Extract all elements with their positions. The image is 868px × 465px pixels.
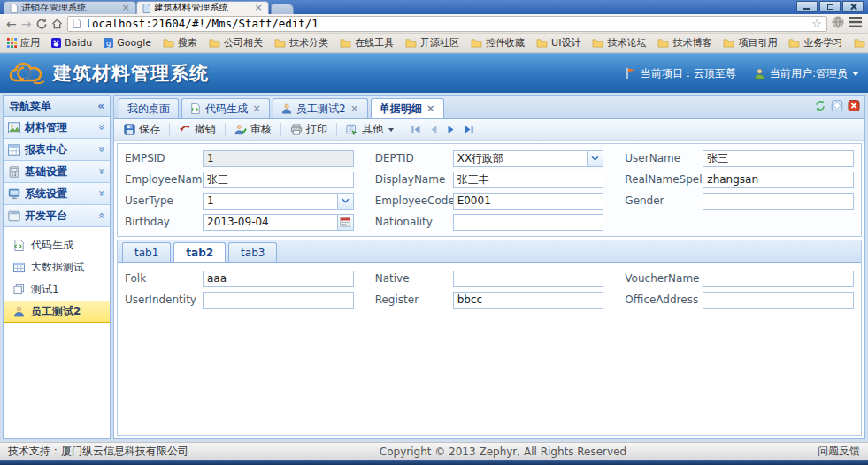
tab-close-icon[interactable] — [121, 4, 130, 12]
first-record-button[interactable] — [407, 123, 425, 136]
back-button[interactable]: ← — [6, 18, 17, 30]
home-button[interactable] — [51, 18, 63, 29]
realnamespell-input[interactable] — [703, 172, 854, 188]
employeecode-input[interactable] — [453, 193, 604, 210]
subtab-tab3[interactable]: tab3 — [228, 242, 277, 262]
sidebar-item-codegen[interactable]: 代码生成 — [4, 234, 110, 256]
bookmark-folder-project[interactable]: 项目引用 — [723, 36, 777, 50]
bookmark-baidu[interactable]: Baidu — [51, 37, 92, 49]
bookmark-folder-toread[interactable]: 待读 — [854, 36, 868, 50]
menu-button[interactable] — [849, 17, 862, 30]
chevron-down-icon — [852, 72, 859, 76]
usertype-dropdown-button[interactable] — [338, 193, 354, 210]
sidebar-item-bigdata[interactable]: 大数据测试 — [4, 256, 110, 278]
bookmark-folder-forum[interactable]: 技术论坛 — [592, 36, 646, 50]
tab-close-icon[interactable] — [426, 104, 435, 113]
deptid-input[interactable] — [453, 150, 588, 167]
birthday-input[interactable] — [203, 214, 338, 231]
subtab-tab2[interactable]: tab2 — [173, 242, 226, 262]
folder-icon — [471, 38, 482, 48]
bookmark-folder-tools[interactable]: 在线工具 — [340, 36, 394, 50]
gender-input[interactable] — [703, 193, 854, 210]
extension-icon[interactable] — [832, 16, 844, 31]
person-icon — [13, 306, 25, 317]
tab-desktop[interactable]: 我的桌面 — [119, 98, 179, 118]
bookmark-folder-opensource[interactable]: 开源社区 — [405, 36, 459, 50]
next-record-button[interactable] — [442, 123, 460, 136]
sidebar-group-system-settings[interactable]: 系统设置 » — [4, 183, 110, 205]
deptid-dropdown-button[interactable] — [588, 150, 603, 167]
tab-staff-test2[interactable]: 员工测试2 — [273, 98, 368, 118]
employeename-input[interactable] — [203, 172, 354, 188]
bookmark-star-icon[interactable]: ☆ — [811, 17, 822, 30]
current-project[interactable]: 当前项目：云顶至尊 — [626, 66, 736, 81]
displayname-input[interactable] — [453, 172, 604, 188]
bookmark-google[interactable]: g Google — [104, 37, 151, 49]
bookmark-folder-blog[interactable]: 技术博客 — [657, 36, 711, 50]
folk-input[interactable] — [203, 271, 354, 287]
forward-button[interactable]: → — [21, 18, 32, 30]
bookmark-folder-search[interactable]: 搜索 — [163, 36, 197, 50]
sidebar-collapse-button[interactable]: « — [97, 100, 104, 112]
tab-detail[interactable]: 单据明细 — [371, 98, 444, 118]
last-record-button[interactable] — [460, 123, 478, 136]
url-input[interactable]: localhost:21604/#!/Mms/Staff/edit/1 ☆ — [67, 16, 827, 32]
browser-tab-inventory[interactable]: 进销存管理系统 — [4, 1, 136, 14]
sidebar-item-staff-test2[interactable]: 员工测试2 — [4, 301, 110, 323]
sidebar-item-test1[interactable]: 测试1 — [4, 278, 110, 301]
refresh-button[interactable] — [814, 100, 826, 114]
bookmark-folder-tech[interactable]: 技术分类 — [274, 36, 328, 50]
username-input[interactable] — [703, 150, 854, 167]
current-user-menu[interactable]: 当前用户:管理员 — [754, 66, 859, 81]
save-button[interactable]: 保存 — [119, 120, 165, 139]
undo-button[interactable]: 撤销 — [173, 120, 221, 139]
nationality-input[interactable] — [453, 214, 604, 231]
current-project-label: 当前项目：云顶至尊 — [641, 66, 736, 81]
tab-close-icon[interactable] — [254, 4, 263, 12]
copy-pages-icon — [13, 284, 25, 295]
apps-grid-icon — [7, 38, 17, 48]
audit-button[interactable]: 审核 — [229, 120, 277, 139]
sidebar-group-base-settings[interactable]: 基础设置 » — [4, 161, 110, 183]
field-label: EmployeeName — [125, 173, 203, 186]
browser-tab-materials[interactable]: 建筑材料管理系统 — [136, 1, 269, 14]
prev-record-button[interactable] — [425, 123, 442, 136]
restore-button[interactable] — [819, 1, 841, 12]
tab-close-icon[interactable] — [252, 104, 261, 113]
empsid-input[interactable] — [203, 150, 354, 167]
minimize-button[interactable] — [796, 1, 818, 12]
feedback-link[interactable]: 问题反馈 — [818, 444, 860, 459]
field-realnamespell: RealNameSpell — [625, 171, 854, 188]
print-button[interactable]: 打印 — [285, 120, 333, 139]
subtab-tab1[interactable]: tab1 — [122, 242, 171, 262]
userindentity-input[interactable] — [203, 292, 354, 309]
bookmark-folder-study[interactable]: 业务学习 — [788, 36, 842, 50]
tab-close-icon[interactable] — [350, 104, 359, 113]
close-tab-button[interactable] — [848, 100, 860, 114]
officeaddress-input[interactable] — [703, 292, 854, 309]
native-input[interactable] — [453, 271, 604, 287]
tab-codegen[interactable]: 代码生成 — [181, 98, 270, 118]
bookmark-apps[interactable]: 应用 — [7, 36, 40, 50]
usertype-input[interactable] — [203, 193, 338, 210]
bookmark-folder-company[interactable]: 公司相关 — [209, 36, 263, 50]
other-menu-button[interactable]: 其他 — [341, 120, 399, 139]
new-tab-button[interactable] — [271, 4, 294, 14]
sidebar-group-reports[interactable]: 报表中心 » — [4, 139, 110, 161]
maximize-tab-button[interactable] — [831, 100, 843, 114]
sidebar-group-materials[interactable]: 材料管理 » — [4, 117, 110, 139]
bookmark-folder-controls[interactable]: 控件收藏 — [471, 36, 525, 50]
close-button[interactable] — [842, 1, 864, 12]
field-empsid: EMPSID — [125, 149, 354, 167]
toolbar-separator — [169, 123, 170, 136]
vouchername-input[interactable] — [703, 271, 854, 287]
tab-label: 代码生成 — [205, 102, 248, 117]
reload-button[interactable] — [35, 18, 47, 29]
undo-icon — [179, 124, 191, 135]
sidebar-item-label: 测试1 — [31, 282, 59, 297]
register-input[interactable] — [453, 292, 604, 309]
sidebar-group-dev-platform[interactable]: 开发平台 « — [4, 205, 110, 227]
bookmark-folder-ui[interactable]: UI设计 — [536, 36, 580, 50]
reload-icon — [35, 18, 47, 29]
birthday-calendar-button[interactable] — [338, 214, 354, 231]
